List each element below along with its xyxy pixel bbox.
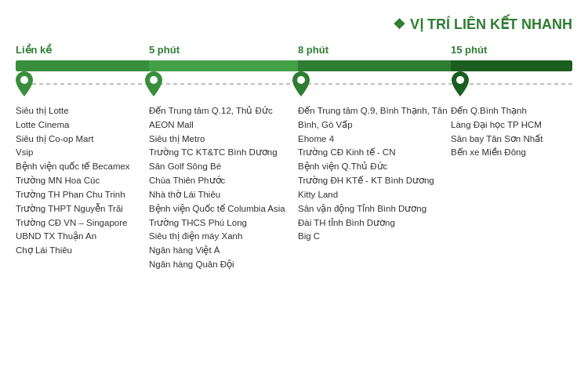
list-item: Siêu thị điện máy Xanh — [149, 230, 298, 244]
list-item: Ngân hàng Việt Á — [149, 244, 298, 258]
page-title: ❖VỊ TRÍ LIÊN KẾT NHANH — [393, 16, 572, 32]
label-8phut: 8 phút — [298, 44, 451, 56]
list-item: Trường MN Hoa Cúc — [16, 174, 149, 188]
list-item: Làng Đại học TP HCM — [451, 118, 572, 132]
list-item: Lotte Cinema — [16, 118, 149, 132]
list-item: Nhà thờ Lái Thiêu — [149, 188, 298, 202]
list-item: Đến Trung tâm Q.12, Thủ Đức — [149, 104, 298, 118]
list-item: Vsip — [16, 146, 149, 160]
list-item: Siêu thị Metro — [149, 132, 298, 147]
col-lienke: Siêu thị Lotte Lotte Cinema Siêu thị Co-… — [16, 104, 149, 272]
list-item: Ngân hàng Quân Đội — [149, 258, 298, 272]
list-item: AEON Mall — [149, 118, 298, 132]
list-item: Siêu thị Lotte — [16, 104, 149, 118]
list-item: Bệnh viện Quốc tế Columbia Asia — [149, 202, 298, 216]
list-item: Sân vận động Tỉnh Bình Dương — [298, 202, 451, 216]
svg-point-1 — [20, 76, 28, 84]
bar-segment-8p — [298, 60, 451, 71]
timeline-labels: Liền kề 5 phút 8 phút 15 phút — [16, 44, 572, 56]
list-item: Siêu thị Co-op Mart — [16, 132, 149, 147]
diamond-icon: ❖ — [393, 16, 405, 32]
list-item: Chợ Lái Thiêu — [16, 244, 149, 258]
list-item: UBND TX Thuận An — [16, 230, 149, 244]
bar-segment-5p — [149, 60, 298, 71]
list-item: Chùa Thiên Phước — [149, 174, 298, 188]
list-item: Trường CĐ Kinh tế - CN — [298, 146, 451, 160]
list-item: Trường TC KT&TC Bình Dương — [149, 146, 298, 160]
list-item: Trường TH Phan Chu Trinh — [16, 188, 149, 202]
list-item: Trường THPT Nguyễn Trãi — [16, 202, 149, 216]
pin-lienke — [16, 71, 33, 99]
pin-row-container — [16, 71, 572, 101]
list-item: Đến Q.Bình Thạnh — [451, 104, 572, 118]
list-item: Trường ĐH KTế - KT Bình Dương — [298, 174, 451, 188]
list-item: Kitty Land — [298, 188, 451, 202]
svg-point-4 — [456, 76, 464, 84]
col-8phut: Đến Trung tâm Q.9, Bình Thạnh, Tân Bình,… — [298, 104, 451, 272]
list-item: Ehome 4 — [298, 132, 451, 147]
list-item: Đến Trung tâm Q.9, Bình Thạnh, Tân Bình,… — [298, 104, 451, 132]
list-item: Sân Golf Sông Bé — [149, 160, 298, 174]
list-item: Bến xe Miền Đông — [451, 146, 572, 160]
label-15phut: 15 phút — [451, 44, 572, 56]
pin-5phut — [145, 71, 162, 99]
list-item: Bệnh viện Q.Thủ Đức — [298, 160, 451, 174]
list-item: Bệnh viện quốc tế Becamex — [16, 160, 149, 174]
green-progress-bar — [16, 60, 572, 71]
pin-15phut — [452, 71, 469, 99]
label-lienke: Liền kề — [16, 44, 149, 56]
col-15phut: Đến Q.Bình Thạnh Làng Đại học TP HCM Sân… — [451, 104, 572, 272]
bar-segment-15p — [451, 60, 572, 71]
columns-area: Siêu thị Lotte Lotte Cinema Siêu thị Co-… — [16, 104, 572, 272]
bar-segment-lienke — [16, 60, 149, 71]
list-item: Trường THCS Phú Long — [149, 216, 298, 230]
list-item: Big C — [298, 230, 451, 244]
pin-8phut — [292, 71, 310, 99]
list-item: Sân bay Tân Sơn Nhất — [451, 132, 572, 147]
main-container: ❖VỊ TRÍ LIÊN KẾT NHANH Liền kề 5 phút 8 … — [0, 0, 588, 392]
title-row: ❖VỊ TRÍ LIÊN KẾT NHANH — [16, 16, 572, 33]
col-5phut: Đến Trung tâm Q.12, Thủ Đức AEON Mall Si… — [149, 104, 298, 272]
list-item: Trường CĐ VN – Singapore — [16, 216, 149, 230]
label-5phut: 5 phút — [149, 44, 298, 56]
list-item: Đài TH tỉnh Bình Dương — [298, 216, 451, 230]
svg-point-3 — [297, 76, 305, 84]
svg-point-2 — [150, 76, 158, 84]
